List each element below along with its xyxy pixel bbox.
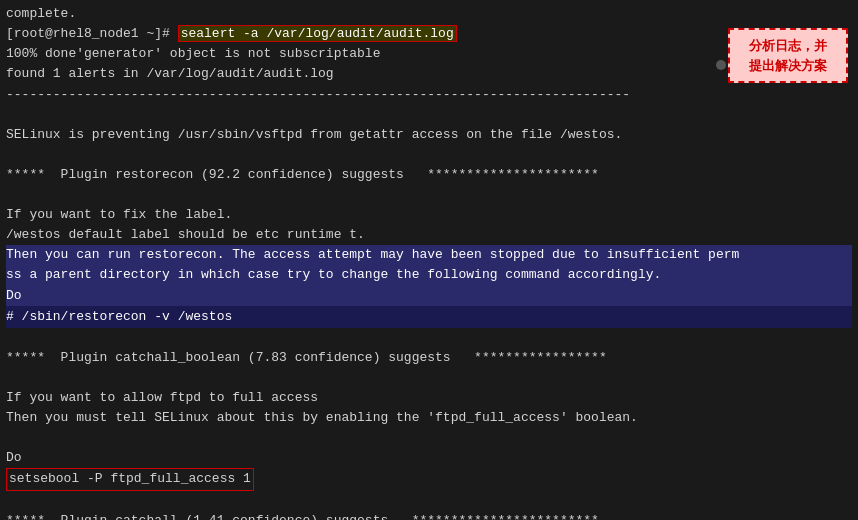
terminal-line: # /sbin/restorecon -v /westos xyxy=(6,306,852,328)
terminal-line: If you want to allow ftpd to full access xyxy=(6,388,852,408)
terminal-line: Then you can run restorecon. The access … xyxy=(6,245,852,265)
terminal-line xyxy=(6,185,852,205)
terminal-line: ----------------------------------------… xyxy=(6,85,852,105)
terminal-line: ***** Plugin restorecon (92.2 confidence… xyxy=(6,165,852,185)
terminal-line: setsebool -P ftpd_full_access 1 xyxy=(6,468,852,490)
terminal-line: ss a parent directory in which case try … xyxy=(6,265,852,285)
terminal-line xyxy=(6,428,852,448)
setsebool-command: setsebool -P ftpd_full_access 1 xyxy=(6,468,254,490)
annotation-text-line1: 分析日志，并 xyxy=(749,38,827,53)
terminal-line: complete. xyxy=(6,4,852,24)
terminal-line: Then you must tell SELinux about this by… xyxy=(6,408,852,428)
terminal-line: Do xyxy=(6,286,852,306)
terminal-line: SELinux is preventing /usr/sbin/vsftpd f… xyxy=(6,125,852,145)
prompt: [root@rhel8_node1 ~]# xyxy=(6,26,178,41)
terminal-line: ***** Plugin catchall (1.41 confidence) … xyxy=(6,511,852,520)
terminal-line xyxy=(6,368,852,388)
terminal-line: If you want to fix the label. xyxy=(6,205,852,225)
terminal-line xyxy=(6,328,852,348)
terminal-line xyxy=(6,105,852,125)
terminal-line xyxy=(6,491,852,511)
annotation-bubble: 分析日志，并 提出解决方案 xyxy=(728,28,848,83)
terminal-line: /westos default label should be etc runt… xyxy=(6,225,852,245)
terminal-line xyxy=(6,145,852,165)
terminal-line: Do xyxy=(6,448,852,468)
terminal: complete.[root@rhel8_node1 ~]# sealert -… xyxy=(0,0,858,520)
command-text: sealert -a /var/log/audit/audit.log xyxy=(178,25,457,42)
terminal-line: ***** Plugin catchall_boolean (7.83 conf… xyxy=(6,348,852,368)
annotation-dot xyxy=(716,60,726,70)
annotation-text-line2: 提出解决方案 xyxy=(749,58,827,73)
terminal-line: [root@rhel8_node1 ~]# sealert -a /var/lo… xyxy=(6,24,852,44)
